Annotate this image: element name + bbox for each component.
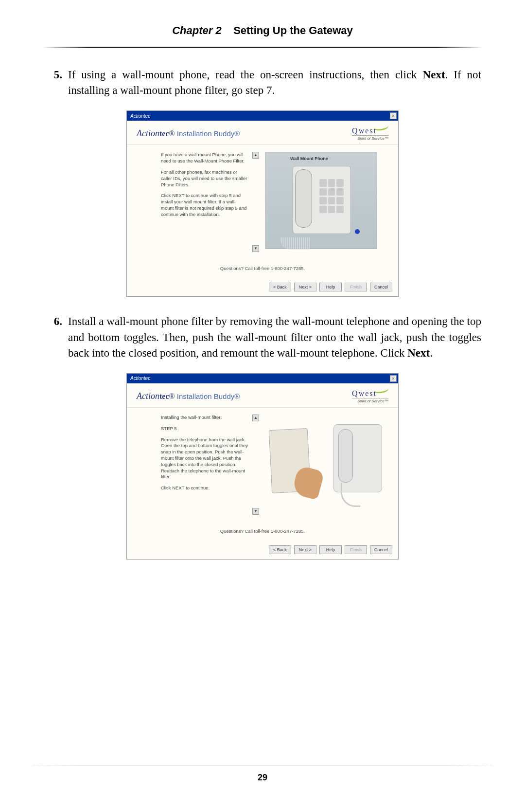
step-number: 5. [44, 67, 68, 98]
step-text: Install a wall-mount phone filter by rem… [68, 314, 481, 361]
close-button[interactable]: × [390, 375, 397, 382]
wizard-header: Actiontec® Installation Buddy® Qwest Spi… [127, 121, 398, 145]
actiontec-logo: Actiontec® Installation Buddy® [137, 128, 240, 139]
footer-questions: Questions? Call toll-free 1-800-247-7285… [127, 524, 398, 542]
step-text: If using a wall-mount phone, read the on… [68, 67, 481, 98]
titlebar-app-name: Actiontec [128, 376, 150, 381]
help-button[interactable]: Help [319, 283, 342, 291]
chapter-header: Chapter 2 Setting Up the Gateway [44, 24, 481, 47]
titlebar-app-name: Actiontec [128, 113, 150, 119]
footer-rule [32, 765, 493, 766]
step-6: 6. Install a wall-mount phone filter by … [44, 314, 481, 361]
qwest-logo: Qwest Spirit of Service™ [352, 389, 388, 403]
next-button[interactable]: Next > [294, 545, 316, 554]
close-button[interactable]: × [390, 112, 397, 119]
wizard-button-row: < Back Next > Help Finish Cancel [127, 280, 398, 296]
footer-questions: Questions? Call toll-free 1-800-247-7285… [127, 262, 398, 280]
chapter-label: Chapter 2 [172, 24, 221, 36]
back-button[interactable]: < Back [269, 283, 291, 291]
scroll-up-button[interactable]: ▲ [252, 152, 259, 159]
swoosh-icon [373, 385, 389, 394]
wizard-instructions: ▲ Installing the wall-mount filter: STEP… [161, 415, 253, 520]
scroll-up-button[interactable]: ▲ [252, 415, 259, 421]
led-icon [355, 229, 360, 234]
mounted-phone-image [331, 419, 392, 507]
next-button[interactable]: Next > [294, 283, 316, 291]
actiontec-logo: Actiontec® Installation Buddy® [137, 391, 240, 401]
screenshot-1: Actiontec × Actiontec® Installation Budd… [44, 110, 481, 297]
wall-mount-phone-image: Wall Mount Phone [265, 152, 377, 249]
page-footer: 29 [0, 765, 525, 783]
wizard-body: ▲ Installing the wall-mount filter: STEP… [127, 408, 398, 524]
filter-install-image [265, 415, 392, 512]
wizard-image: Wall Mount Phone [253, 152, 392, 257]
wizard-body: ▲ If you have a wall-mount Phone, you wi… [127, 145, 398, 262]
cancel-button[interactable]: Cancel [370, 545, 392, 554]
scroll-down-button[interactable]: ▼ [252, 508, 259, 515]
wizard-image [253, 415, 392, 520]
document-page: Chapter 2 Setting Up the Gateway 5. If u… [0, 0, 525, 812]
wizard-header: Actiontec® Installation Buddy® Qwest Spi… [127, 383, 398, 408]
step-5: 5. If using a wall-mount phone, read the… [44, 67, 481, 98]
help-button[interactable]: Help [319, 545, 342, 554]
step-number: 6. [44, 314, 68, 361]
qwest-logo: Qwest Spirit of Service™ [352, 126, 388, 141]
wizard-instructions: ▲ If you have a wall-mount Phone, you wi… [161, 152, 253, 257]
keypad-icon [319, 179, 344, 213]
scroll-down-button[interactable]: ▼ [252, 245, 259, 252]
handset-icon [338, 429, 353, 483]
wizard-button-row: < Back Next > Help Finish Cancel [127, 542, 398, 559]
finish-button: Finish [345, 283, 367, 291]
cord-icon [341, 483, 360, 507]
cancel-button[interactable]: Cancel [370, 283, 392, 291]
handset-icon [295, 169, 312, 228]
filter-device-image [265, 419, 326, 507]
screenshot-2: Actiontec × Actiontec® Installation Budd… [44, 373, 481, 559]
chapter-title: Setting Up the Gateway [233, 24, 353, 36]
wizard-window-1: Actiontec × Actiontec® Installation Budd… [126, 110, 399, 297]
back-button[interactable]: < Back [269, 545, 291, 554]
header-rule [44, 47, 481, 48]
cord-icon [280, 237, 310, 250]
wizard-titlebar: Actiontec × [127, 374, 398, 383]
image-caption: Wall Mount Phone [290, 156, 328, 161]
finish-button: Finish [345, 545, 367, 554]
wizard-window-2: Actiontec × Actiontec® Installation Budd… [126, 373, 399, 559]
page-number: 29 [0, 773, 525, 783]
wizard-titlebar: Actiontec × [127, 111, 398, 121]
